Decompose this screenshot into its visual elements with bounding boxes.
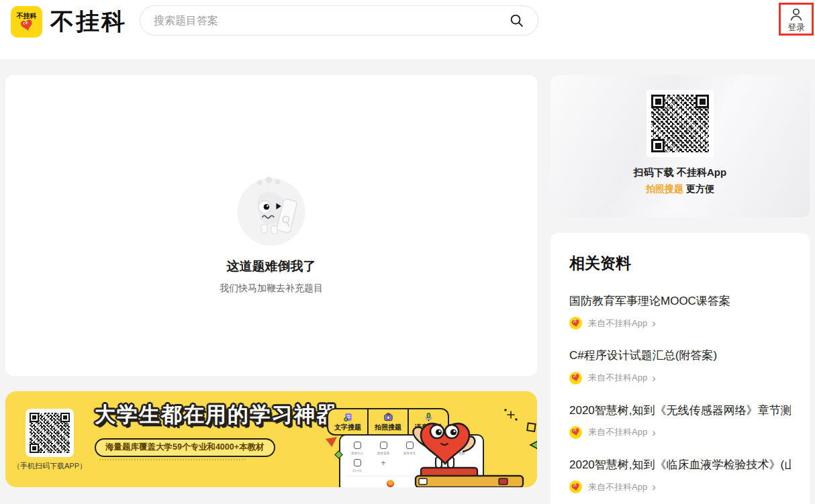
brand-logo[interactable]: 不挂科 不挂科	[11, 6, 127, 38]
empty-result-card: 这道题难倒我了 我们快马加鞭去补充题目	[5, 75, 537, 376]
related-item-source[interactable]: 来自不挂科App ›	[569, 372, 791, 385]
tab-text-search: 文字搜题	[328, 409, 367, 434]
banner-dotted-line	[99, 459, 246, 460]
related-item[interactable]: 国防教育军事理论MOOC课答案 来自不挂科App ›	[569, 294, 791, 330]
related-item-source[interactable]: 来自不挂科App ›	[569, 426, 791, 439]
related-item-title[interactable]: 国防教育军事理论MOOC课答案	[569, 294, 791, 308]
search-bar[interactable]	[140, 5, 538, 36]
empty-state-title: 这道题难倒我了	[227, 258, 316, 275]
chevron-right-icon: ›	[652, 372, 656, 384]
phone-brand-icon	[387, 480, 394, 487]
related-heading: 相关资料	[569, 253, 791, 274]
related-item-source[interactable]: 来自不挂科App ›	[569, 317, 791, 330]
app-badge-icon	[569, 481, 582, 493]
app-promo-banner[interactable]: （手机扫码下载APP） 大学生都在用的学习神器 海量题库覆盖大学59个专业和40…	[5, 391, 537, 487]
download-subcaption: 拍照搜题 更方便	[550, 183, 810, 195]
related-item-title[interactable]: 2020智慧树,知到《无线传感器网络》章节测…	[569, 403, 791, 417]
related-item[interactable]: 2020智慧树,知到《临床血液学检验技术》(山… 来自不挂科App ›	[569, 458, 791, 493]
user-icon	[788, 7, 804, 23]
camera-icon	[383, 412, 393, 422]
banner-qr-caption: （手机扫码下载APP）	[5, 461, 94, 471]
heart-icon	[19, 18, 34, 33]
related-item-title[interactable]: 2020智慧树,知到《临床血液学检验技术》(山…	[569, 458, 791, 472]
search-icon[interactable]	[509, 13, 524, 28]
app-badge-icon	[569, 426, 582, 439]
chevron-right-icon: ›	[652, 317, 656, 329]
app-badge-icon	[569, 317, 582, 330]
app-badge-icon	[569, 372, 582, 385]
download-qr-code	[646, 90, 714, 157]
app-logo-text: 不挂科	[17, 13, 37, 19]
login-button[interactable]: 登录	[779, 3, 814, 36]
app-download-card: 扫码下载 不挂科App 拍照搜题 更方便	[550, 75, 810, 217]
banner-qr-code	[26, 409, 74, 457]
brand-wordmark: 不挂科	[50, 6, 127, 38]
login-label: 登录	[788, 23, 805, 32]
related-item-title[interactable]: C#程序设计试题汇总(附答案)	[569, 348, 791, 362]
related-item[interactable]: C#程序设计试题汇总(附答案) 来自不挂科App ›	[569, 348, 791, 384]
search-input[interactable]	[154, 15, 502, 27]
related-materials-card: 相关资料 国防教育军事理论MOOC课答案 来自不挂科App › C#程序设计试题…	[550, 233, 810, 504]
chevron-right-icon: ›	[652, 427, 656, 438]
add-icon: +	[373, 459, 393, 474]
chevron-right-icon: ›	[652, 481, 656, 493]
decor-triangle-icon	[326, 437, 337, 447]
heart-mascot-illustration	[398, 398, 537, 487]
doc-search-icon	[343, 412, 353, 422]
app-logo-icon: 不挂科	[11, 6, 42, 38]
download-caption: 扫码下载 不挂科App	[550, 166, 810, 179]
related-item[interactable]: 2020智慧树,知到《无线传感器网络》章节测… 来自不挂科App ›	[569, 403, 791, 439]
photo-search-highlight: 拍照搜题	[646, 183, 683, 194]
empty-state-subtitle: 我们快马加鞭去补充题目	[220, 283, 323, 295]
banner-subtitle-pill: 海量题库覆盖大学59个专业和4000+本教材	[95, 438, 275, 457]
banner-title: 大学生都在用的学习神器	[95, 401, 338, 429]
related-item-source[interactable]: 来自不挂科App ›	[569, 481, 791, 493]
empty-state-illustration	[234, 172, 309, 247]
header: 不挂科 不挂科 登录	[0, 0, 815, 59]
